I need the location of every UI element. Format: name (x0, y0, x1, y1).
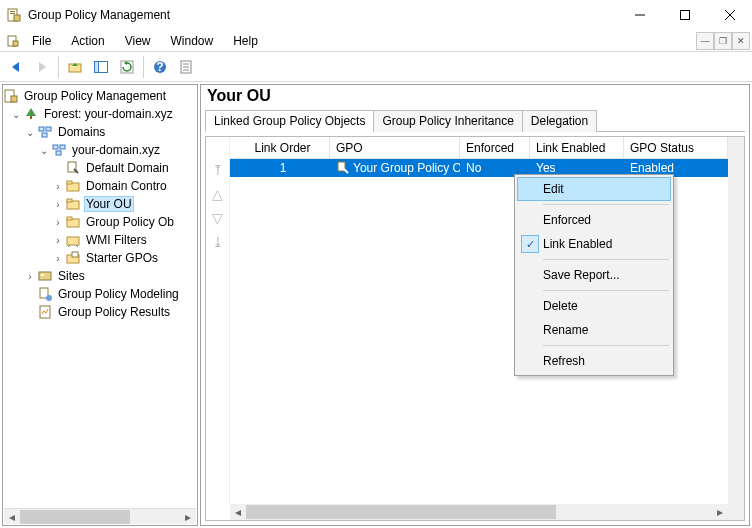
gpm-icon (3, 88, 19, 104)
list-hscrollbar[interactable]: ◂ ▸ (230, 504, 728, 520)
ou-icon (65, 178, 81, 194)
move-bottom-icon[interactable]: ⤓ (212, 235, 224, 249)
tree-ddp[interactable]: Default Domain (84, 160, 171, 176)
forward-button[interactable] (30, 55, 54, 79)
scroll-thumb[interactable] (246, 505, 556, 519)
col-link-order[interactable]: Link Order (230, 137, 330, 159)
expand-icon[interactable]: › (51, 253, 65, 264)
move-top-icon[interactable]: ⤒ (212, 163, 224, 177)
tree-starter[interactable]: Starter GPOs (84, 250, 160, 266)
app-icon (6, 7, 22, 23)
col-enforced[interactable]: Enforced (460, 137, 530, 159)
properties-button[interactable] (174, 55, 198, 79)
collapse-icon[interactable]: ⌄ (23, 127, 37, 138)
close-button[interactable] (707, 1, 752, 29)
up-folder-button[interactable] (63, 55, 87, 79)
col-gpo-status[interactable]: GPO Status (624, 137, 728, 159)
move-up-icon[interactable]: △ (212, 187, 223, 201)
tabs: Linked Group Policy Objects Group Policy… (205, 109, 745, 132)
tree-gpo[interactable]: Group Policy Ob (84, 214, 176, 230)
menu-separator (543, 259, 669, 260)
ctx-refresh[interactable]: Refresh (517, 349, 671, 373)
tree-dc[interactable]: Domain Contro (84, 178, 169, 194)
col-link-enabled[interactable]: Link Enabled (530, 137, 624, 159)
minimize-button[interactable] (617, 1, 662, 29)
menu-action[interactable]: Action (63, 32, 112, 50)
tree-hscrollbar[interactable]: ◂ ▸ (4, 508, 196, 524)
list-vscrollbar[interactable] (728, 137, 744, 504)
domain-icon (51, 142, 67, 158)
link-order-buttons: ⤒ △ ▽ ⤓ (206, 137, 230, 504)
svg-rect-38 (72, 252, 78, 257)
svg-rect-40 (41, 274, 44, 276)
console-tree[interactable]: Group Policy Management ⌄Forest: your-do… (2, 84, 198, 526)
tab-delegation[interactable]: Delegation (522, 110, 597, 132)
ctx-delete[interactable]: Delete (517, 294, 671, 318)
tree-your-ou[interactable]: Your OU (84, 196, 134, 212)
menu-separator (543, 290, 669, 291)
scroll-right-icon[interactable]: ▸ (180, 510, 196, 524)
cell-order: 1 (230, 161, 330, 175)
scroll-thumb[interactable] (20, 510, 130, 524)
tree-root[interactable]: Group Policy Management (22, 88, 168, 104)
tree-domain[interactable]: your-domain.xyz (70, 142, 162, 158)
cell-link-enabled: Yes (530, 161, 624, 175)
svg-rect-35 (67, 217, 72, 220)
scroll-right-icon[interactable]: ▸ (712, 505, 728, 519)
menu-separator (543, 345, 669, 346)
titlebar: Group Policy Management (0, 0, 752, 30)
expand-icon[interactable]: › (51, 217, 65, 228)
help-button[interactable]: ? (148, 55, 172, 79)
svg-rect-26 (53, 145, 58, 149)
child-minimize-button[interactable]: — (696, 32, 714, 50)
child-restore-button[interactable]: ❐ (714, 32, 732, 50)
menu-window[interactable]: Window (163, 32, 222, 50)
list-header: Link Order GPO Enforced Link Enabled GPO… (230, 137, 728, 159)
cell-status: Enabled (624, 161, 728, 175)
svg-rect-21 (11, 96, 17, 102)
child-close-button[interactable]: ✕ (732, 32, 750, 50)
svg-rect-31 (67, 181, 72, 184)
ctx-edit[interactable]: Edit (517, 177, 671, 201)
refresh-button[interactable] (115, 55, 139, 79)
ctx-link-enabled[interactable]: ✓Link Enabled (517, 232, 671, 256)
svg-rect-9 (13, 41, 18, 46)
sites-icon (37, 268, 53, 284)
ctx-enforced[interactable]: Enforced (517, 208, 671, 232)
tree-wmi[interactable]: WMI Filters (84, 232, 149, 248)
cell-enforced: No (460, 161, 530, 175)
svg-rect-2 (10, 13, 15, 14)
tree-sites[interactable]: Sites (56, 268, 87, 284)
menu-file[interactable]: File (24, 32, 59, 50)
menu-separator (543, 204, 669, 205)
expand-icon[interactable]: › (51, 235, 65, 246)
scroll-left-icon[interactable]: ◂ (230, 505, 246, 519)
collapse-icon[interactable]: ⌄ (9, 109, 23, 120)
ou-icon (65, 196, 81, 212)
domains-icon (37, 124, 53, 140)
page-title: Your OU (201, 85, 749, 109)
starter-icon (65, 250, 81, 266)
back-button[interactable] (4, 55, 28, 79)
ctx-save-report[interactable]: Save Report... (517, 263, 671, 287)
tree-modeling[interactable]: Group Policy Modeling (56, 286, 181, 302)
tab-inheritance[interactable]: Group Policy Inheritance (373, 110, 522, 132)
scroll-left-icon[interactable]: ◂ (4, 510, 20, 524)
tree-forest[interactable]: Forest: your-domain.xyz (42, 106, 175, 122)
ctx-rename[interactable]: Rename (517, 318, 671, 342)
menu-help[interactable]: Help (225, 32, 266, 50)
tree-domains[interactable]: Domains (56, 124, 107, 140)
collapse-icon[interactable]: ⌄ (37, 145, 51, 156)
tab-linked[interactable]: Linked Group Policy Objects (205, 110, 374, 132)
cell-gpo: Your Group Policy O... (330, 160, 460, 176)
show-hide-tree-button[interactable] (89, 55, 113, 79)
tree-results[interactable]: Group Policy Results (56, 304, 172, 320)
move-down-icon[interactable]: ▽ (212, 211, 223, 225)
expand-icon[interactable]: › (51, 181, 65, 192)
svg-rect-5 (680, 11, 689, 20)
maximize-button[interactable] (662, 1, 707, 29)
expand-icon[interactable]: › (51, 199, 65, 210)
menu-view[interactable]: View (117, 32, 159, 50)
col-gpo[interactable]: GPO (330, 137, 460, 159)
expand-icon[interactable]: › (23, 271, 37, 282)
